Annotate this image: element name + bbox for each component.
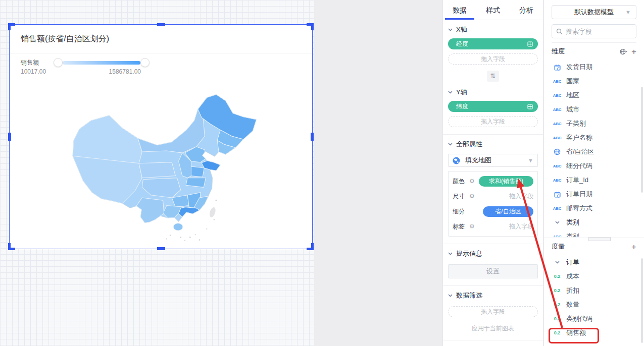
abc-icon: ABC: [552, 107, 563, 112]
x-axis-drop-zone[interactable]: 拖入字段: [448, 53, 538, 65]
dimension-item[interactable]: ABC 细分代码: [552, 159, 644, 173]
china-choropleth-map[interactable]: [59, 88, 279, 245]
legend-min-value: 10017.00: [21, 68, 46, 75]
measure-group-order[interactable]: 订单: [552, 255, 644, 269]
vertical-scrollbar[interactable]: [641, 258, 643, 343]
field-search[interactable]: [552, 24, 636, 38]
chevron-down-icon: [448, 91, 453, 94]
resize-corner-tl[interactable]: [8, 23, 15, 30]
resize-corner-tr[interactable]: [307, 23, 314, 30]
all-properties-section: 全部属性 填充地图 ▼ 颜色 ⚙ 求和(销售额) 尺寸 ⚙ 拖入字段 细: [443, 135, 543, 237]
gear-icon[interactable]: ⚙: [469, 193, 476, 200]
measure-label: 类别代码: [566, 314, 592, 323]
filter-scope-note: 应用于当前图表: [448, 324, 538, 333]
chevron-down-icon: [448, 28, 453, 31]
y-axis-header[interactable]: Y轴: [448, 83, 538, 97]
legend-range-slider[interactable]: [54, 57, 150, 68]
measure-item-sales[interactable]: 0.2 销售额: [552, 326, 644, 340]
dimension-group-category[interactable]: 类别: [552, 215, 644, 229]
dimension-item[interactable]: ABC 客户名称: [552, 131, 644, 145]
section-divider: [443, 340, 543, 340]
geo-field-icon: [527, 41, 533, 47]
tooltip-section: 提示信息 设置: [443, 244, 543, 278]
legend-max-value: 1586781.00: [109, 68, 141, 75]
gear-icon[interactable]: ⚙: [469, 223, 476, 230]
geo-role-icon[interactable]: [620, 48, 627, 55]
tooltip-header[interactable]: 提示信息: [448, 244, 538, 258]
legend-max-handle[interactable]: [140, 58, 150, 67]
measure-label: 销售额: [566, 328, 586, 337]
abc-icon: ABC: [552, 235, 563, 237]
chart-type-select[interactable]: 填充地图 ▼: [448, 154, 538, 167]
dimension-label: 邮寄方式: [566, 204, 592, 213]
resize-handle-top[interactable]: [157, 23, 165, 26]
dimension-item[interactable]: ABC 国家: [552, 74, 644, 88]
color-property-row: 颜色 ⚙ 求和(销售额): [453, 174, 533, 189]
resize-handle-right[interactable]: [311, 133, 314, 141]
label-drop-zone[interactable]: 拖入字段: [509, 221, 533, 232]
vertical-scrollbar[interactable]: [641, 87, 643, 193]
all-properties-header[interactable]: 全部属性: [448, 135, 538, 149]
data-filter-header[interactable]: 数据筛选: [448, 286, 538, 300]
label-property-label: 标签: [453, 222, 467, 231]
measure-item[interactable]: 0.2 成本: [552, 269, 644, 283]
gear-icon[interactable]: ⚙: [469, 178, 476, 185]
dimension-item[interactable]: ABC 地区: [552, 88, 644, 102]
dimension-item[interactable]: 发货日期: [552, 60, 644, 74]
measure-item[interactable]: 0.2 折扣: [552, 283, 644, 298]
dimension-item[interactable]: ABC 订单_Id: [552, 173, 644, 187]
abc-icon: ABC: [552, 93, 563, 98]
size-drop-zone[interactable]: 拖入字段: [509, 191, 533, 202]
tooltip-settings-button[interactable]: 设置: [448, 264, 538, 278]
measure-label: 数量: [566, 300, 579, 309]
dimension-item-clipped[interactable]: ABC 类别: [552, 229, 644, 237]
chart-card[interactable]: 销售额(按省/自治区划分) 销售额 10017.00 1586781.00: [9, 24, 313, 249]
field-search-input[interactable]: [566, 28, 632, 35]
measure-item[interactable]: 0.2 类别代码: [552, 312, 644, 326]
legend-min-handle[interactable]: [54, 58, 63, 67]
measure-item[interactable]: 0.2 数量: [552, 298, 644, 312]
tab-data[interactable]: 数据: [443, 0, 476, 20]
chevron-down-icon: [448, 143, 453, 146]
add-dimension-button[interactable]: +: [631, 47, 636, 56]
y-axis-drop-zone[interactable]: 拖入字段: [448, 116, 538, 127]
data-model-select[interactable]: 默认数据模型 ▼: [552, 5, 636, 19]
dimension-label: 细分代码: [566, 161, 592, 170]
dashboard-artboard[interactable]: 销售额(按省/自治区划分) 销售额 10017.00 1586781.00: [0, 0, 314, 346]
dimension-item[interactable]: 省/自治区: [552, 145, 644, 159]
measure-label: 折扣: [566, 286, 579, 295]
x-axis-field-pill[interactable]: 经度: [448, 38, 538, 49]
color-field-pill[interactable]: 求和(销售额): [479, 176, 533, 187]
label-property-row: 标签 ⚙ 拖入字段: [453, 219, 533, 234]
data-filter-section: 数据筛选 拖入字段 应用于当前图表: [443, 286, 543, 333]
filter-drop-zone[interactable]: 拖入字段: [448, 306, 538, 317]
number-field-icon: 0.2: [552, 274, 563, 279]
data-filter-title: 数据筛选: [456, 291, 482, 300]
resize-corner-br[interactable]: [307, 243, 314, 250]
y-axis-field-label: 纬度: [456, 102, 468, 111]
add-measure-button[interactable]: +: [631, 243, 636, 251]
measures-title: 度量: [552, 242, 565, 251]
dimension-item[interactable]: ABC 城市: [552, 102, 644, 117]
tab-style[interactable]: 样式: [476, 0, 510, 20]
x-axis-header[interactable]: X轴: [448, 20, 538, 34]
resize-handle-left[interactable]: [8, 133, 11, 141]
resize-handle-bottom[interactable]: [157, 247, 165, 250]
measures-list: 订单 0.2 成本 0.2 折扣 0.2 数量 0.2 类别代码 0.2 销售额: [544, 255, 644, 340]
swap-axes-button[interactable]: ⇅: [487, 71, 499, 82]
tab-analysis[interactable]: 分析: [510, 0, 543, 20]
y-axis-field-pill[interactable]: 纬度: [448, 101, 538, 112]
detail-field-pill[interactable]: 省/自治区: [483, 206, 533, 217]
dimension-item[interactable]: 订单日期: [552, 187, 644, 201]
number-field-icon: 0.2: [552, 316, 563, 321]
number-field-icon: 0.2: [552, 302, 563, 307]
legend-gradient-track: [63, 61, 140, 65]
dimension-item[interactable]: ABC 邮寄方式: [552, 201, 644, 215]
filled-map-icon: [453, 157, 460, 164]
resize-corner-bl[interactable]: [8, 243, 15, 250]
measure-label: 成本: [566, 272, 579, 281]
dimension-group-label: 类别: [566, 218, 579, 227]
search-icon: [556, 28, 563, 35]
dimension-item[interactable]: ABC 子类别: [552, 117, 644, 131]
horizontal-scrollbar[interactable]: [588, 237, 611, 241]
